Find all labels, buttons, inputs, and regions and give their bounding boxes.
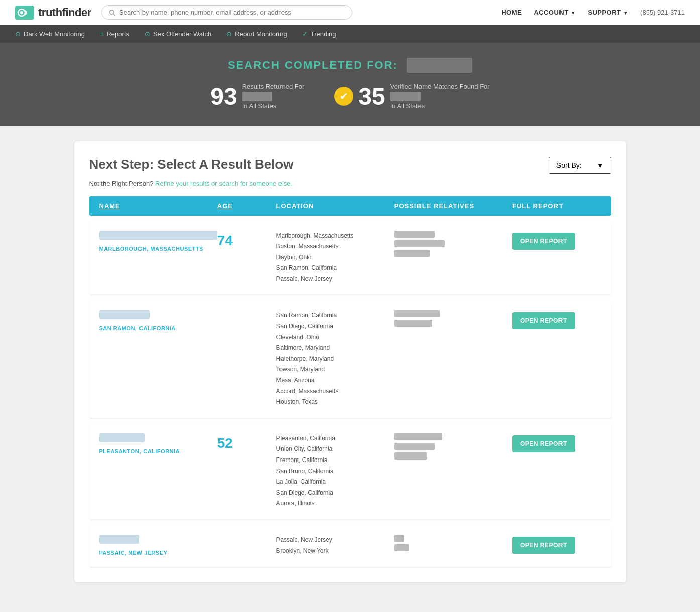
search-bar[interactable] [101, 5, 352, 20]
open-report-button-3[interactable]: OPEN REPORT [512, 435, 575, 452]
verified-check-icon: ✔ [334, 87, 353, 106]
relatives-cell-4 [394, 535, 512, 551]
table-row: PLEASANTON, CALIFORNIA 52 Pleasanton, Ca… [89, 423, 611, 520]
col-header-relatives: POSSIBLE RELATIVES [394, 202, 512, 210]
table-row: MARLBOROUGH, MASSACHUSETTS 74 Marlboroug… [89, 221, 611, 295]
dark-web-monitoring-link[interactable]: ⊙ Dark Web Monitoring [15, 30, 85, 38]
results-header: Next Step: Select A Result Below Sort By… [89, 157, 611, 174]
home-link[interactable]: HOME [501, 9, 522, 16]
logo-area: truthfinder [15, 6, 91, 20]
logo-icon [15, 6, 34, 20]
sort-chevron-icon: ▼ [597, 161, 604, 169]
location-tag-4: PASSAIC, NEW JERSEY [99, 550, 168, 556]
age-cell-3: 52 [217, 433, 276, 451]
hero-section: SEARCH COMPLETED FOR: 93 Results Returne… [0, 43, 700, 126]
age-cell-4 [217, 535, 276, 537]
open-report-button-2[interactable]: OPEN REPORT [512, 312, 575, 329]
hero-title: SEARCH COMPLETED FOR: [10, 58, 690, 73]
stat-number-1: 93 [210, 83, 237, 110]
relatives-cell-2 [394, 310, 512, 327]
logo-text: truthfinder [38, 6, 91, 19]
main-content: super easy Next Step: Select A Result Be… [74, 141, 626, 582]
name-cell-2: SAN RAMON, CALIFORNIA [99, 310, 217, 332]
stat-number-2: 35 [358, 83, 385, 110]
not-right-person: Not the Right Person? Refine your result… [89, 180, 611, 187]
report-cell-2: OPEN REPORT [512, 310, 601, 329]
col-header-location: LOCATION [276, 202, 394, 210]
location-cell-1: Marlborough, MassachusettsBoston, Massac… [276, 231, 394, 285]
relatives-cell-3 [394, 433, 512, 460]
stat-desc-2: Verified Name Matches Found For In All S… [390, 82, 490, 111]
stat-block-1: 93 Results Returned For In All States [210, 82, 304, 111]
location-tag-1: MARLBOROUGH, MASSACHUSETTS [99, 246, 203, 252]
location-tag-2: SAN RAMON, CALIFORNIA [99, 325, 176, 331]
svg-line-4 [113, 14, 115, 15]
table-row: PASSAIC, NEW JERSEY Passaic, New JerseyB… [89, 525, 611, 567]
shield-icon-1: ⊙ [15, 30, 21, 38]
reports-label: Reports [106, 30, 129, 38]
sort-dropdown[interactable]: Sort By: ▼ [549, 157, 611, 174]
stat-block-2: ✔ 35 Verified Name Matches Found For In … [334, 82, 489, 111]
name-blurred-4 [99, 535, 139, 544]
report-monitoring-link[interactable]: ⊙ Report Monitoring [226, 30, 287, 38]
dark-web-label: Dark Web Monitoring [24, 30, 85, 38]
name-cell-1: MARLBOROUGH, MASSACHUSETTS [99, 231, 217, 253]
stat-name-blurred-1 [242, 92, 272, 102]
doc-icon: ≡ [100, 30, 104, 38]
open-report-button-4[interactable]: OPEN REPORT [512, 537, 575, 554]
table-row: SAN RAMON, CALIFORNIA San Ramon, Califor… [89, 300, 611, 418]
report-cell-3: OPEN REPORT [512, 433, 601, 452]
report-cell-4: OPEN REPORT [512, 535, 601, 554]
shield-icon-3: ⊙ [226, 30, 232, 38]
reports-link[interactable]: ≡ Reports [100, 30, 129, 38]
name-blurred-1 [99, 231, 217, 240]
col-header-age[interactable]: AGE [217, 202, 276, 210]
search-value-blurred [407, 58, 472, 73]
trending-link[interactable]: ✓ Trending [302, 30, 336, 38]
search-input[interactable] [119, 9, 345, 16]
top-nav: truthfinder HOME ACCOUNT ▼ SUPPORT ▼ (85… [0, 0, 700, 25]
refine-link[interactable]: Refine your results or search for someon… [155, 180, 292, 187]
trending-label: Trending [311, 30, 336, 38]
sort-label: Sort By: [556, 161, 582, 169]
name-cell-3: PLEASANTON, CALIFORNIA [99, 433, 217, 455]
name-blurred-3 [99, 433, 145, 442]
phone-number: (855) 921-3711 [640, 9, 685, 16]
hero-stats: 93 Results Returned For In All States ✔ … [10, 82, 690, 111]
location-tag-3: PLEASANTON, CALIFORNIA [99, 448, 180, 454]
name-blurred-2 [99, 310, 150, 319]
report-cell-1: OPEN REPORT [512, 231, 601, 250]
secondary-nav: ⊙ Dark Web Monitoring ≡ Reports ⊙ Sex Of… [0, 25, 700, 43]
check-icon: ✓ [302, 30, 308, 38]
location-cell-3: Pleasanton, CaliforniaUnion City, Califo… [276, 433, 394, 509]
open-report-button-1[interactable]: OPEN REPORT [512, 233, 575, 250]
shield-icon-2: ⊙ [145, 30, 150, 38]
table-header: NAME AGE LOCATION POSSIBLE RELATIVES FUL… [89, 196, 611, 216]
stat-desc-1: Results Returned For In All States [242, 82, 305, 111]
age-cell-1: 74 [217, 231, 276, 249]
sex-offender-label: Sex Offender Watch [153, 30, 211, 38]
nav-links: HOME ACCOUNT ▼ SUPPORT ▼ (855) 921-3711 [501, 9, 685, 16]
account-link[interactable]: ACCOUNT ▼ [534, 9, 576, 16]
search-icon [109, 9, 115, 16]
svg-point-3 [109, 10, 114, 14]
support-link[interactable]: SUPPORT ▼ [588, 9, 628, 16]
sex-offender-watch-link[interactable]: ⊙ Sex Offender Watch [145, 30, 211, 38]
name-cell-4: PASSAIC, NEW JERSEY [99, 535, 217, 557]
results-title: Next Step: Select A Result Below [89, 157, 294, 172]
col-header-name[interactable]: NAME [99, 202, 217, 210]
stat-name-blurred-2 [390, 92, 421, 102]
relatives-cell-1 [394, 231, 512, 257]
svg-point-2 [20, 11, 23, 14]
age-cell-2 [217, 310, 276, 312]
hero-title-label: SEARCH COMPLETED FOR: [228, 59, 398, 71]
report-monitoring-label: Report Monitoring [235, 30, 287, 38]
location-cell-2: San Ramon, CaliforniaSan Diego, Californ… [276, 310, 394, 407]
location-cell-4: Passaic, New JerseyBrooklyn, New York [276, 535, 394, 556]
col-header-report: FULL REPORT [512, 202, 601, 210]
